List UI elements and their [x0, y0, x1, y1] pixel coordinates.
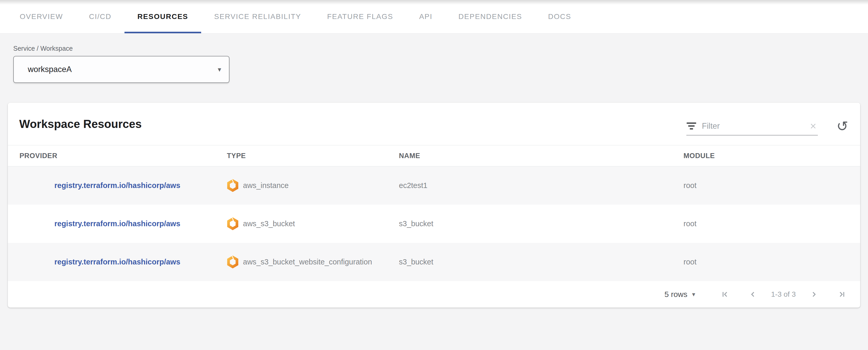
filter-input[interactable]	[702, 121, 803, 131]
table-row: registry.terraform.io/hashicorp/aws aws_…	[8, 243, 860, 281]
table-row: registry.terraform.io/hashicorp/aws aws_…	[8, 205, 860, 243]
pagination-bar: 5 rows ▾ 1-3 of 3	[8, 281, 860, 308]
type-cell: aws_s3_bucket_website_configuration	[227, 256, 399, 268]
tab-docs[interactable]: DOCS	[535, 0, 584, 33]
type-cell: aws_s3_bucket	[227, 217, 399, 230]
tab-service-reliability[interactable]: SERVICE RELIABILITY	[201, 0, 314, 33]
provider-link[interactable]: registry.terraform.io/hashicorp/aws	[54, 181, 180, 190]
resource-name: ec2test1	[399, 181, 683, 190]
refresh-button[interactable]: ↺	[837, 119, 848, 134]
chevron-left-icon	[748, 290, 757, 299]
resource-module: root	[683, 258, 860, 266]
dropdown-caret-icon: ▾	[218, 65, 221, 74]
clear-filter-button[interactable]	[808, 121, 818, 131]
last-page-button[interactable]	[837, 290, 847, 299]
type-cell: aws_instance	[227, 179, 399, 192]
rows-per-page-value: 5 rows	[664, 290, 687, 299]
provider-link[interactable]: registry.terraform.io/hashicorp/aws	[54, 220, 180, 228]
resource-name: s3_bucket	[399, 258, 683, 266]
tab-cicd[interactable]: CI/CD	[76, 0, 124, 33]
close-icon	[808, 121, 818, 131]
provider-link[interactable]: registry.terraform.io/hashicorp/aws	[54, 258, 180, 266]
column-header-module: MODULE	[683, 152, 860, 160]
resource-module: root	[683, 181, 860, 190]
chevron-right-icon	[809, 290, 818, 299]
column-header-provider: PROVIDER	[8, 152, 227, 160]
pagination-range: 1-3 of 3	[771, 290, 796, 298]
last-page-icon	[837, 290, 847, 299]
resource-name: s3_bucket	[399, 220, 683, 228]
filter-icon	[686, 122, 697, 129]
resource-type: aws_s3_bucket	[243, 220, 295, 228]
workspace-selector-label: Service / Workspace	[13, 45, 868, 52]
filter-area: ↺	[686, 121, 848, 136]
column-header-name: NAME	[399, 152, 683, 160]
aws-provider-icon	[227, 256, 239, 268]
resource-type: aws_instance	[243, 181, 289, 190]
tab-bar: OVERVIEW CI/CD RESOURCES SERVICE RELIABI…	[0, 0, 868, 33]
card-header: Workspace Resources ↺	[8, 103, 860, 145]
rows-per-page-select[interactable]: 5 rows ▾	[664, 290, 695, 299]
table-header-row: PROVIDER TYPE NAME MODULE	[8, 145, 860, 167]
filter-field	[686, 121, 818, 136]
aws-provider-icon	[227, 217, 239, 230]
tab-overview[interactable]: OVERVIEW	[7, 0, 76, 33]
workspace-select[interactable]: workspaceA ▾	[13, 56, 229, 83]
tab-feature-flags[interactable]: FEATURE FLAGS	[314, 0, 406, 33]
refresh-icon: ↺	[837, 118, 848, 135]
resource-type: aws_s3_bucket_website_configuration	[243, 258, 372, 266]
card-title: Workspace Resources	[19, 118, 142, 130]
first-page-button[interactable]	[720, 290, 730, 299]
aws-provider-icon	[227, 179, 239, 192]
tab-api[interactable]: API	[406, 0, 445, 33]
tab-dependencies[interactable]: DEPENDENCIES	[445, 0, 535, 33]
tab-resources[interactable]: RESOURCES	[124, 0, 201, 33]
previous-page-button[interactable]	[748, 290, 757, 299]
workspace-select-value: workspaceA	[28, 65, 72, 74]
table-row: registry.terraform.io/hashicorp/aws aws_…	[8, 167, 860, 205]
first-page-icon	[720, 290, 730, 299]
column-header-type: TYPE	[227, 152, 399, 160]
workspace-resources-card: Workspace Resources ↺ PROVIDER TYPE NAME…	[8, 103, 860, 308]
resource-module: root	[683, 220, 860, 228]
next-page-button[interactable]	[809, 290, 818, 299]
rows-caret-icon: ▾	[692, 291, 695, 298]
